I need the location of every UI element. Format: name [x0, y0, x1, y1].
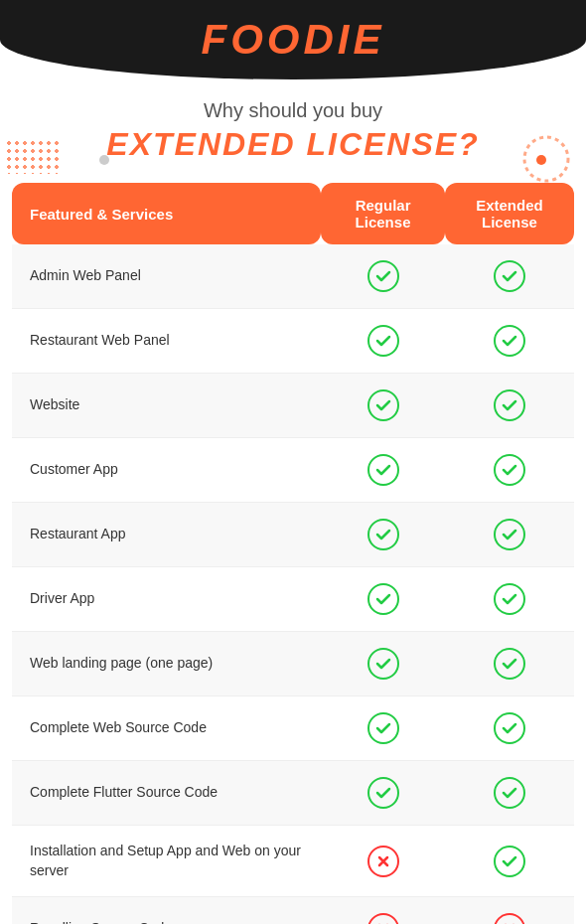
dot-accent-left	[99, 155, 109, 165]
check-icon	[367, 777, 399, 809]
feature-cell: Restaurant Web Panel	[12, 309, 321, 374]
table-row: Complete Web Source Code	[12, 696, 574, 761]
feature-cell: Web landing page (one page)	[12, 632, 321, 696]
regular-cell	[321, 826, 445, 897]
table-row: Driver App	[12, 567, 574, 632]
table-row: Restaurant App	[12, 503, 574, 567]
extended-cell	[445, 438, 574, 503]
feature-cell: Restaurant App	[12, 503, 321, 567]
circle-decoration	[521, 134, 571, 183]
check-icon	[494, 712, 525, 744]
app-title: FOODIE	[201, 16, 384, 64]
table-row: Customer App	[12, 438, 574, 503]
check-icon	[494, 583, 525, 615]
feature-cell: Admin Web Panel	[12, 244, 321, 309]
regular-cell	[321, 696, 445, 761]
table-row: Web landing page (one page)	[12, 632, 574, 696]
check-icon	[494, 325, 525, 357]
regular-cell	[321, 897, 445, 924]
check-icon	[494, 846, 525, 877]
regular-cell	[321, 374, 445, 438]
extended-cell	[445, 826, 574, 897]
check-icon	[367, 583, 399, 615]
col-header-feature: Featured & Services	[12, 183, 321, 244]
feature-cell: Driver App	[12, 567, 321, 632]
table-header-row: Featured & Services Regular License Exte…	[12, 183, 574, 244]
check-icon	[367, 712, 399, 744]
check-icon	[494, 777, 525, 809]
check-icon	[494, 260, 525, 292]
table-row: Restaurant Web Panel	[12, 309, 574, 374]
table-row: Reselling Source Code	[12, 897, 574, 924]
comparison-table: Featured & Services Regular License Exte…	[0, 183, 586, 924]
extended-cell	[445, 761, 574, 826]
check-icon	[367, 454, 399, 486]
extended-cell	[445, 696, 574, 761]
check-icon	[367, 648, 399, 680]
table-row: Website	[12, 374, 574, 438]
regular-cell	[321, 438, 445, 503]
check-icon	[494, 648, 525, 680]
table-body: Admin Web PanelRestaurant Web PanelWebsi…	[12, 244, 574, 924]
extended-cell	[445, 503, 574, 567]
table-container: Featured & Services Regular License Exte…	[0, 183, 586, 924]
check-icon	[367, 260, 399, 292]
license-text: EXTENDED LICENSE?	[10, 126, 576, 163]
table-row: Admin Web Panel	[12, 244, 574, 309]
header: FOODIE Why should you buy EXTENDED LICEN…	[0, 0, 586, 183]
check-icon	[367, 325, 399, 357]
dots-decoration	[5, 139, 60, 174]
check-icon	[494, 454, 525, 486]
cross-icon	[367, 913, 399, 924]
extended-cell	[445, 309, 574, 374]
extended-cell	[445, 374, 574, 438]
check-icon	[494, 519, 525, 550]
svg-point-0	[524, 137, 568, 181]
feature-cell: Complete Flutter Source Code	[12, 761, 321, 826]
table-row: Installation and Setup App and Web on yo…	[12, 826, 574, 897]
feature-cell: Customer App	[12, 438, 321, 503]
regular-cell	[321, 244, 445, 309]
regular-cell	[321, 503, 445, 567]
extended-cell	[445, 567, 574, 632]
subtitle-area: Why should you buy EXTENDED LICENSE?	[0, 79, 586, 173]
header-arc: FOODIE	[0, 0, 586, 79]
cross-icon	[494, 913, 525, 924]
dot-accent-right	[536, 155, 546, 165]
regular-cell	[321, 632, 445, 696]
feature-cell: Complete Web Source Code	[12, 696, 321, 761]
regular-cell	[321, 309, 445, 374]
regular-cell	[321, 761, 445, 826]
check-icon	[494, 389, 525, 421]
col-header-extended: Extended License	[445, 183, 574, 244]
check-icon	[367, 389, 399, 421]
feature-cell: Website	[12, 374, 321, 438]
cross-icon	[367, 846, 399, 877]
extended-cell	[445, 897, 574, 924]
extended-cell	[445, 632, 574, 696]
why-text: Why should you buy	[10, 99, 576, 122]
feature-cell: Installation and Setup App and Web on yo…	[12, 826, 321, 897]
regular-cell	[321, 567, 445, 632]
col-header-regular: Regular License	[321, 183, 445, 244]
extended-cell	[445, 244, 574, 309]
check-icon	[367, 519, 399, 550]
feature-cell: Reselling Source Code	[12, 897, 321, 924]
table-row: Complete Flutter Source Code	[12, 761, 574, 826]
